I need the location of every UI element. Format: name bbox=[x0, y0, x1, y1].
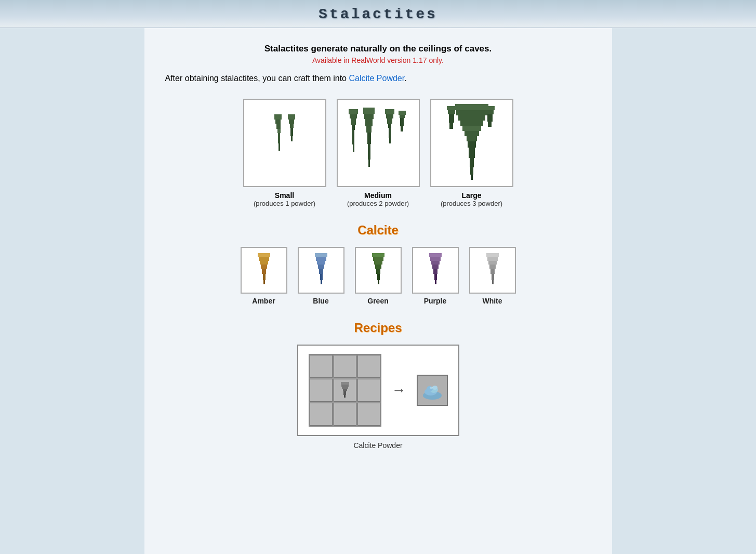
grid-cell-3-1 bbox=[310, 403, 333, 426]
svg-rect-41 bbox=[468, 141, 476, 148]
svg-rect-94 bbox=[344, 395, 346, 398]
svg-rect-14 bbox=[352, 125, 355, 130]
calcite-powder-link[interactable]: Calcite Powder bbox=[349, 74, 404, 83]
svg-rect-70 bbox=[374, 261, 382, 265]
svg-point-100 bbox=[430, 387, 433, 389]
size-item-large: Large (produces 3 powder) bbox=[430, 99, 513, 207]
white-label: White bbox=[482, 297, 502, 305]
large-stalactite-box bbox=[430, 99, 513, 187]
calcite-powder-result-svg bbox=[419, 377, 445, 403]
svg-rect-69 bbox=[373, 257, 383, 261]
page-title: Stalactites bbox=[0, 6, 756, 22]
svg-rect-37 bbox=[460, 121, 483, 126]
calcite-item-blue: Blue bbox=[298, 247, 344, 305]
svg-rect-33 bbox=[401, 126, 403, 131]
intro-craft-text: After obtaining stalactites, you can cra… bbox=[165, 74, 591, 83]
svg-rect-10 bbox=[291, 136, 293, 141]
svg-rect-23 bbox=[368, 160, 370, 167]
svg-rect-86 bbox=[490, 269, 495, 274]
svg-rect-90 bbox=[341, 385, 349, 387]
recipe-ingredient-svg bbox=[336, 381, 354, 400]
amber-box bbox=[241, 247, 287, 294]
small-stalactite-svg bbox=[259, 109, 311, 177]
svg-rect-2 bbox=[276, 124, 281, 129]
svg-rect-45 bbox=[471, 175, 473, 180]
svg-rect-75 bbox=[429, 253, 442, 257]
svg-rect-65 bbox=[319, 269, 323, 274]
svg-rect-89 bbox=[341, 382, 349, 385]
blue-label: Blue bbox=[313, 297, 328, 305]
svg-rect-49 bbox=[449, 123, 453, 129]
svg-rect-19 bbox=[365, 119, 373, 126]
svg-rect-59 bbox=[263, 274, 266, 280]
medium-size-label: Medium bbox=[364, 191, 392, 200]
svg-rect-40 bbox=[467, 136, 477, 141]
svg-rect-88 bbox=[492, 280, 494, 284]
grid-cell-1-3 bbox=[357, 355, 380, 378]
grid-cell-3-3 bbox=[357, 403, 380, 426]
purple-label: Purple bbox=[424, 297, 447, 305]
svg-rect-48 bbox=[449, 114, 454, 123]
large-size-label: Large bbox=[461, 191, 481, 200]
white-stalactite-svg bbox=[477, 252, 508, 288]
small-size-label: Small bbox=[275, 191, 294, 200]
svg-rect-44 bbox=[470, 167, 473, 175]
recipe-result-label: Calcite Powder bbox=[165, 441, 591, 450]
svg-rect-74 bbox=[378, 280, 379, 284]
svg-rect-66 bbox=[320, 274, 323, 280]
recipes-section-title: Recipes bbox=[165, 321, 591, 335]
svg-rect-80 bbox=[434, 274, 437, 280]
svg-rect-78 bbox=[432, 265, 439, 269]
small-stalactite-box bbox=[243, 99, 326, 187]
svg-rect-30 bbox=[399, 111, 406, 115]
svg-rect-61 bbox=[315, 253, 327, 257]
svg-rect-43 bbox=[470, 158, 474, 167]
svg-rect-91 bbox=[342, 387, 348, 389]
svg-rect-52 bbox=[487, 114, 493, 122]
svg-point-99 bbox=[432, 386, 437, 390]
page-content: Stalactites generate naturally on the ce… bbox=[144, 28, 612, 554]
svg-rect-79 bbox=[433, 269, 437, 274]
svg-rect-62 bbox=[316, 257, 326, 261]
green-stalactite-svg bbox=[363, 252, 394, 288]
svg-rect-39 bbox=[465, 131, 479, 136]
calcite-color-row: Amber Blue bbox=[165, 247, 591, 305]
calcite-item-purple: Purple bbox=[412, 247, 459, 305]
size-row: Small (produces 1 powder) bbox=[165, 99, 591, 207]
svg-rect-42 bbox=[469, 148, 475, 158]
version-note: Available in RealWorld version 1.17 only… bbox=[165, 56, 591, 64]
calcite-item-green: Green bbox=[355, 247, 402, 305]
svg-rect-3 bbox=[277, 129, 281, 133]
svg-rect-72 bbox=[376, 269, 380, 274]
svg-rect-50 bbox=[485, 106, 495, 110]
svg-rect-31 bbox=[400, 115, 405, 118]
svg-rect-77 bbox=[431, 261, 440, 265]
recipe-result-cell bbox=[417, 375, 448, 406]
svg-rect-27 bbox=[388, 124, 391, 128]
blue-box bbox=[298, 247, 344, 294]
grid-cell-2-3 bbox=[357, 379, 380, 402]
recipe-container: → bbox=[165, 345, 591, 436]
svg-rect-28 bbox=[389, 128, 391, 138]
medium-stalactite-box bbox=[337, 99, 420, 187]
svg-rect-34 bbox=[455, 104, 488, 110]
large-size-sublabel: (produces 3 powder) bbox=[441, 200, 502, 207]
svg-rect-54 bbox=[258, 253, 270, 257]
amber-label: Amber bbox=[252, 297, 275, 305]
intro-bold: Stalactites generate naturally on the ce… bbox=[165, 44, 591, 54]
svg-rect-67 bbox=[321, 280, 322, 284]
svg-rect-18 bbox=[364, 114, 374, 119]
svg-rect-5 bbox=[278, 143, 280, 151]
medium-stalactite-svg bbox=[344, 107, 412, 179]
svg-rect-38 bbox=[462, 126, 481, 131]
svg-rect-60 bbox=[263, 280, 265, 284]
grid-cell-1-1 bbox=[310, 355, 333, 378]
svg-rect-15 bbox=[352, 130, 354, 144]
svg-rect-1 bbox=[275, 120, 281, 124]
small-size-sublabel: (produces 1 powder) bbox=[254, 200, 315, 207]
svg-rect-84 bbox=[488, 261, 497, 265]
svg-rect-20 bbox=[366, 126, 372, 133]
svg-rect-29 bbox=[389, 138, 391, 143]
grid-cell-1-2 bbox=[334, 355, 356, 378]
svg-rect-87 bbox=[492, 274, 494, 280]
